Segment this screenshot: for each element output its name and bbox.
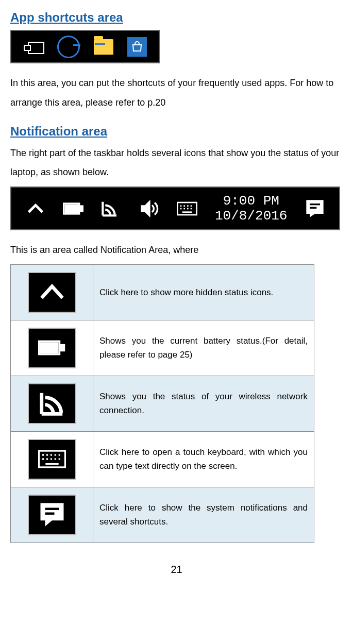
- app-shortcuts-description: In this area, you can put the shortcuts …: [10, 74, 343, 113]
- section-heading-notification: Notification area: [10, 124, 343, 139]
- table-row: Click here to show the system notificati…: [11, 487, 314, 543]
- action-center-icon: [28, 495, 76, 535]
- svg-rect-18: [41, 343, 57, 352]
- table-description: Shows you the status of your wireless ne…: [93, 376, 314, 431]
- speaker-icon: [139, 198, 160, 219]
- wifi-icon: [28, 383, 76, 424]
- table-description: Click here to show the system notificati…: [93, 487, 314, 543]
- section-heading-app-shortcuts: App shortcuts area: [10, 10, 343, 25]
- table-description: Click here to show more hidden status ic…: [93, 264, 314, 320]
- table-row: Click here to show more hidden status ic…: [11, 264, 314, 320]
- battery-icon: [28, 328, 76, 368]
- page-number: 21: [10, 564, 343, 575]
- table-row: Shows you the current battery status.(Fo…: [11, 320, 314, 376]
- table-description: Shows you the current battery status.(Fo…: [93, 320, 314, 376]
- clock-date: 10/8/2016: [215, 209, 287, 224]
- edge-browser-icon: [57, 36, 80, 58]
- clock-time: 9:00 PM: [215, 194, 287, 209]
- wifi-icon: [101, 198, 122, 219]
- chevron-up-icon: [25, 198, 46, 219]
- svg-rect-1: [80, 206, 83, 211]
- keyboard-icon: [28, 439, 76, 480]
- table-description: Click here to open a touch keyboard, wit…: [93, 431, 314, 487]
- figure-notification-bar: 9:00 PM 10/8/2016: [10, 187, 340, 230]
- chevron-up-icon: [28, 272, 76, 313]
- svg-marker-3: [142, 201, 149, 215]
- figure-app-shortcuts-bar: [10, 30, 160, 63]
- svg-rect-17: [60, 345, 64, 351]
- svg-rect-2: [65, 205, 77, 212]
- battery-icon: [63, 198, 83, 219]
- table-row: Click here to open a touch keyboard, wit…: [11, 431, 314, 487]
- clock-display: 9:00 PM 10/8/2016: [215, 194, 287, 223]
- notification-icon-table: Click here to show more hidden status ic…: [10, 264, 314, 543]
- keyboard-icon: [177, 198, 197, 219]
- action-center-icon: [305, 198, 325, 219]
- store-icon: [127, 37, 147, 57]
- notification-caption: This is an area called Notification Area…: [10, 241, 343, 260]
- task-view-icon: [24, 40, 43, 54]
- file-explorer-icon: [94, 39, 113, 55]
- notification-intro: The right part of the taskbar holds seve…: [10, 144, 343, 183]
- table-row: Shows you the status of your wireless ne…: [11, 376, 314, 431]
